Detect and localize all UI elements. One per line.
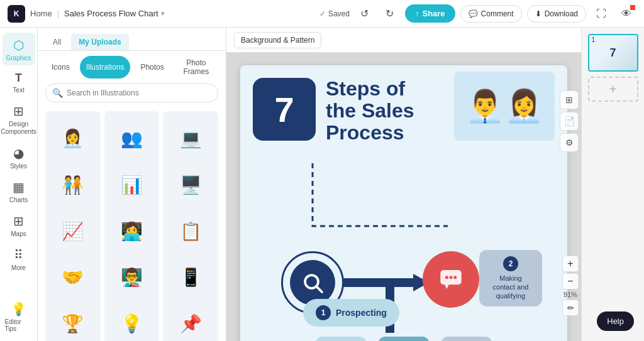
search-icon: 🔍 <box>52 88 63 98</box>
hint-box-3 <box>441 337 492 341</box>
sidebar-item-editor-tips[interactable]: 💡 Editor Tips <box>3 296 35 336</box>
subtab-photos[interactable]: Photos <box>134 56 170 78</box>
background-pattern-button[interactable]: Background & Pattern <box>234 32 321 48</box>
infographic-title-text: Steps of the Sales Process <box>326 78 414 144</box>
document-title: Sales Process Flow Chart ▾ <box>64 9 165 18</box>
sidebar-item-design[interactable]: ⊞ DesignComponents <box>3 99 35 139</box>
list-item[interactable]: 💡 <box>104 296 160 341</box>
save-status: ✓ Saved <box>319 9 350 18</box>
thumbnail-preview: 7 <box>589 35 637 70</box>
page-thumbnail-1[interactable]: 1 7 <box>588 34 638 72</box>
notification-dot <box>630 5 635 10</box>
left-panel: All My Uploads Icons Illustrations Photo… <box>38 28 226 341</box>
comment-icon: 💬 <box>469 9 478 18</box>
app-logo[interactable]: K <box>8 5 25 23</box>
maps-icon: ⊞ <box>13 214 24 229</box>
sidebar-item-text[interactable]: T Text <box>3 67 35 97</box>
zoom-edit-button[interactable]: ✏ <box>562 300 579 316</box>
topbar-separator: | <box>57 9 59 18</box>
step1-inner <box>290 260 335 305</box>
share-button[interactable]: ↑ Share <box>405 4 455 23</box>
right-panel: 1 7 + <box>581 28 644 341</box>
zoom-level: 91% <box>564 291 577 298</box>
step1-label-text: Prospecting <box>336 308 387 318</box>
panel-main-tabs: All My Uploads <box>38 28 226 51</box>
sidebar-item-maps[interactable]: ⊞ Maps <box>3 208 35 241</box>
search-bar: 🔍 <box>45 84 218 102</box>
notes-button[interactable]: 📄 <box>560 112 579 131</box>
redo-button[interactable]: ↻ <box>380 4 400 24</box>
charts-icon: ▦ <box>13 180 25 195</box>
home-link[interactable]: Home <box>30 9 52 18</box>
download-button[interactable]: ⬇ Download <box>527 5 586 23</box>
illustrations-grid: 👩‍💼 👥 💻 🧑‍🤝‍🧑 📊 🖥️ 📈 👩‍💻 📋 🤝 👨‍🏫 📱 🏆 💡 📌 <box>38 109 226 341</box>
canvas-document: 7 Steps of the Sales Process 👨‍💼👩‍ <box>240 65 567 341</box>
subtab-icons[interactable]: Icons <box>45 56 76 78</box>
text-icon: T <box>15 72 22 85</box>
sidebar-item-more[interactable]: ⠿ More <box>3 242 35 275</box>
sidebar-item-charts[interactable]: ▦ Charts <box>3 175 35 207</box>
search-icon <box>301 271 324 294</box>
step1-number: 1 <box>316 305 331 320</box>
settings-button[interactable]: ⚙ <box>560 133 579 152</box>
canvas-right-tools: ⊞ 📄 ⚙ <box>560 90 579 152</box>
add-page-button[interactable]: + <box>588 77 638 102</box>
topbar: K Home | Sales Process Flow Chart ▾ ✓ Sa… <box>0 0 644 28</box>
tab-my-uploads[interactable]: My Uploads <box>71 34 128 50</box>
tab-all[interactable]: All <box>45 34 69 50</box>
search-input[interactable] <box>67 89 211 97</box>
infographic-content: 7 Steps of the Sales Process 👨‍💼👩‍ <box>240 65 567 341</box>
svg-line-4 <box>317 286 322 291</box>
step2-number: 2 <box>503 256 518 271</box>
step-count-number: 7 <box>274 89 294 130</box>
styles-icon: ◕ <box>13 146 24 161</box>
chat-icon <box>438 267 464 292</box>
svg-marker-9 <box>445 284 449 289</box>
step2-node <box>423 251 479 308</box>
infographic-title: Steps of the Sales Process <box>326 78 414 144</box>
hint-box-2 <box>379 337 429 341</box>
bottom-hint-row <box>253 333 555 341</box>
design-icon: ⊞ <box>13 104 24 119</box>
canvas-area: Background & Pattern ‹ 7 Steps of <box>226 28 581 341</box>
flow-diagram: 2 Making contact and qualifying 1 Prospe… <box>253 157 555 333</box>
sidebar-icons: ⬡ Graphics T Text ⊞ DesignComponents ◕ S… <box>0 28 38 341</box>
zoom-in-button[interactable]: + <box>562 256 579 272</box>
svg-point-8 <box>453 276 457 279</box>
subtab-illustrations[interactable]: Illustrations <box>80 56 131 78</box>
page-number: 1 <box>592 36 596 43</box>
preview-button-wrap: 👁 <box>616 4 636 24</box>
download-icon: ⬇ <box>535 9 541 18</box>
sidebar-item-styles[interactable]: ◕ Styles <box>3 141 35 173</box>
panel-sub-tabs: Icons Illustrations Photos Photo Frames <box>38 51 226 84</box>
fit-page-button[interactable]: ⊞ <box>560 90 579 109</box>
step2-label-text: Making contact and qualifying <box>488 274 533 301</box>
zoom-controls: + − 91% ✏ <box>562 256 579 316</box>
list-item[interactable]: 📌 <box>163 296 218 341</box>
step2-label-box: 2 Making contact and qualifying <box>479 250 542 307</box>
step1-label-box: 1 Prospecting <box>303 299 399 327</box>
zoom-out-button[interactable]: − <box>562 273 579 290</box>
help-button[interactable]: Help <box>597 311 634 331</box>
svg-point-7 <box>450 276 453 279</box>
editor-tips-icon: 💡 <box>11 301 26 317</box>
svg-point-6 <box>445 276 448 279</box>
resize-button-wrap: ⛶ <box>591 4 611 24</box>
share-icon: ↑ <box>415 9 419 18</box>
list-item[interactable]: 🏆 <box>45 296 101 341</box>
subtab-photo-frames[interactable]: Photo Frames <box>174 56 218 78</box>
canvas-scroll: ‹ 7 Steps of the Sales Process <box>226 53 581 341</box>
title-dropdown-icon[interactable]: ▾ <box>161 9 165 18</box>
graphics-icon: ⬡ <box>13 38 24 53</box>
comment-button[interactable]: 💬 Comment <box>460 5 522 23</box>
hint-box-1 <box>316 337 366 341</box>
sidebar-item-graphics[interactable]: ⬡ Graphics <box>3 33 35 65</box>
people-illustration: 👨‍💼👩‍💼 <box>454 72 555 141</box>
step-count-box: 7 <box>253 78 316 141</box>
app-layout: ⬡ Graphics T Text ⊞ DesignComponents ◕ S… <box>0 28 644 341</box>
resize-button[interactable]: ⛶ <box>591 4 611 24</box>
more-icon: ⠿ <box>14 247 23 263</box>
canvas-toolbar: Background & Pattern <box>226 28 581 53</box>
undo-button[interactable]: ↺ <box>355 4 375 24</box>
